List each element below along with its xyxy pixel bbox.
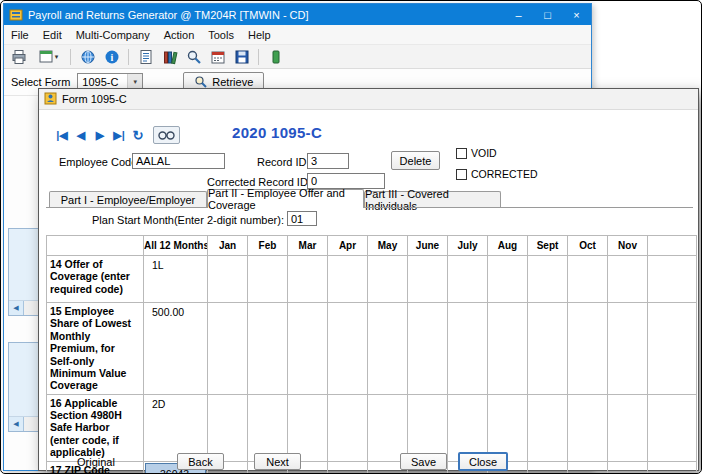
exit-icon[interactable] [265,46,286,67]
save-icon[interactable] [231,46,252,67]
last-record-button[interactable]: ▶| [110,126,128,144]
menu-help[interactable]: Help [241,27,278,43]
grid-cell[interactable] [408,394,448,461]
grid-cell[interactable] [288,256,328,303]
scroll-left-icon[interactable]: ◀ [9,417,24,431]
tab-part1-employee-employer[interactable]: Part I - Employee/Employer [49,191,207,207]
grid-cell[interactable] [368,256,408,303]
menu-multi-company[interactable]: Multi-Company [69,27,157,43]
previous-record-button[interactable]: ◀ [72,126,90,144]
grid-cell[interactable] [328,303,368,395]
refresh-button[interactable]: ↻ [129,126,147,144]
grid-cell[interactable] [528,256,568,303]
grid-cell[interactable] [208,303,248,395]
grid-header: May [368,236,408,256]
background-panel: ◀ [8,228,42,316]
calendar-icon[interactable] [207,46,228,67]
grid-cell[interactable] [248,256,288,303]
grid-cell-all12[interactable]: 500.00 [144,303,208,395]
plan-start-month-label: Plan Start Month(Enter 2-digit number): [92,214,284,226]
grid-cell-all12[interactable]: 1L [144,256,208,303]
grid-cell[interactable] [208,394,248,461]
grid-cell[interactable] [448,394,488,461]
grid-cell[interactable] [488,394,528,461]
close-form-button[interactable]: Close [458,452,508,471]
grid-filler [648,394,697,461]
tab-part3-covered-individuals[interactable]: Part III - Covered Individuals [364,191,501,207]
grid-cell[interactable] [528,394,568,461]
grid-cell[interactable] [408,256,448,303]
library-icon[interactable] [159,46,180,67]
grid-cell[interactable] [408,303,448,395]
info-icon[interactable]: i [101,46,122,67]
tab-part2-offer-coverage[interactable]: Part II - Employee Offer and Coverage [207,189,364,208]
menu-edit[interactable]: Edit [36,27,69,43]
preview-button[interactable] [153,126,180,144]
grid-cell[interactable] [248,303,288,395]
form-1095c-window: Form 1095-C |◀ ◀ ▶ ▶| ↻ 2020 1095-C Empl… [38,88,699,471]
employee-code-label: Employee Code [59,156,137,168]
grid-cell[interactable] [568,303,608,395]
print-icon[interactable] [8,46,29,67]
grid-cell[interactable] [448,256,488,303]
grid-filler [648,256,697,303]
delete-button[interactable]: Delete [391,151,440,170]
toolbar-separator [70,49,71,65]
grid-cell[interactable] [368,394,408,461]
grid-cell[interactable] [448,303,488,395]
grid-cell-all12[interactable]: 2D [144,394,208,461]
first-record-button[interactable]: |◀ [53,126,71,144]
scroll-left-icon[interactable]: ◀ [9,301,24,315]
toolbar: ▾ i [4,44,591,69]
grid-cell[interactable] [248,394,288,461]
void-checkbox[interactable]: VOID [456,147,497,159]
menu-action[interactable]: Action [157,27,202,43]
checkbox-box[interactable] [456,169,467,180]
next-record-button[interactable]: ▶ [91,126,109,144]
grid-cell[interactable] [528,303,568,395]
plan-start-month-input[interactable] [287,211,317,226]
minimize-button[interactable]: – [504,4,533,25]
grid-cell[interactable] [608,394,648,461]
grid-header: June [408,236,448,256]
search-icon[interactable] [183,46,204,67]
maximize-button[interactable]: □ [533,4,562,25]
grid-cell[interactable] [608,461,648,474]
grid-cell[interactable] [328,461,368,474]
save-button[interactable]: Save [400,453,447,470]
grid-cell[interactable] [568,394,608,461]
horizontal-scrollbar[interactable]: ◀ [9,416,41,431]
horizontal-scrollbar[interactable]: ◀ [9,300,41,315]
menu-tools[interactable]: Tools [201,27,241,43]
grid-cell[interactable] [528,461,568,474]
grid-cell[interactable] [608,303,648,395]
grid-header: All 12 Months [144,236,208,256]
close-button[interactable]: × [562,4,591,25]
next-button[interactable]: Next [254,453,301,470]
checkbox-box[interactable] [456,148,467,159]
main-titlebar: Payroll and Returns Generator @ TM204R [… [4,4,591,25]
corrected-checkbox[interactable]: CORRECTED [456,168,538,180]
corrected-label: CORRECTED [471,168,538,180]
back-button[interactable]: Back [177,453,224,470]
grid-filler [648,461,697,474]
grid-cell[interactable] [208,256,248,303]
grid-cell[interactable] [608,256,648,303]
menu-file[interactable]: File [4,27,36,43]
grid-cell[interactable] [288,394,328,461]
grid-cell[interactable] [328,394,368,461]
grid-cell[interactable] [288,303,328,395]
window-title: Payroll and Returns Generator @ TM204R [… [28,9,504,21]
grid-cell[interactable] [488,256,528,303]
grid-cell[interactable] [488,303,528,395]
grid-cell[interactable] [568,256,608,303]
employee-code-input[interactable] [132,153,225,169]
menu-bar: File Edit Multi-Company Action Tools Hel… [4,25,591,44]
form-picker-icon[interactable]: ▾ [32,46,64,67]
report-icon[interactable] [135,46,156,67]
web-icon[interactable] [77,46,98,67]
grid-cell[interactable] [368,303,408,395]
record-id-input[interactable] [307,153,349,169]
grid-cell[interactable] [328,256,368,303]
grid-cell[interactable] [568,461,608,474]
